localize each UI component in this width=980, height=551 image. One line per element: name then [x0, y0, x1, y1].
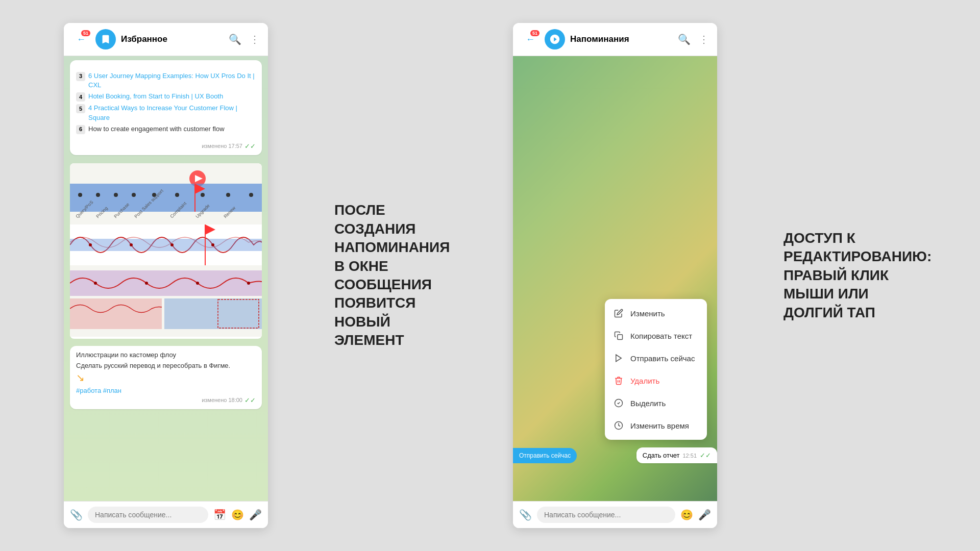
header-icons: 🔍 ⋮	[229, 33, 260, 45]
context-menu-copy[interactable]: Копировать текст	[605, 324, 707, 347]
svg-point-25	[130, 243, 133, 246]
svg-point-26	[170, 243, 174, 246]
caption-tick: ✓✓	[244, 396, 256, 404]
left-header: ← 51 Избранное 🔍 ⋮	[64, 23, 268, 56]
right-annotation-text: ДОСТУП К РЕДАКТИРОВАНИЮ: ПРАВЫЙ КЛИК МЫШ…	[783, 230, 932, 320]
svg-rect-35	[70, 298, 162, 329]
right-unread-badge: 51	[530, 30, 540, 36]
right-chat-body: Сдать отчет 12:51 ✓✓ Изменить Копировать…	[513, 56, 717, 501]
link-5[interactable]: 4 Practical Ways to Increase Your Custom…	[88, 104, 256, 122]
select-label: Выделить	[630, 399, 666, 408]
caption-bubble: Иллюстрации по кастомер флоу Сделать рус…	[70, 346, 262, 409]
calendar-icon[interactable]: 📅	[213, 509, 226, 521]
svg-point-7	[132, 193, 136, 197]
item-num-4: 4	[76, 92, 85, 102]
item-num-5: 5	[76, 104, 85, 113]
delete-icon	[613, 375, 624, 386]
report-time: 12:51	[682, 453, 697, 459]
caption-tags: #работа #план	[76, 387, 256, 394]
middle-annotation-text: ПОСЛЕ СОЗДАНИЯ НАПОМИНАНИЯ В ОКНЕ СООБЩЕ…	[334, 202, 450, 348]
context-menu: Изменить Копировать текст Отправить сейч…	[605, 299, 707, 440]
arrow-icon: ↘	[76, 371, 256, 384]
svg-point-27	[211, 243, 214, 246]
link-3[interactable]: 6 User Journey Mapping Examples: How UX …	[88, 71, 256, 90]
svg-point-10	[201, 193, 205, 197]
svg-point-6	[114, 193, 118, 197]
report-text: Сдать отчет	[643, 452, 680, 459]
left-input-bar: 📎 📅 😊 🎤	[64, 501, 268, 528]
chat-title: Избранное	[121, 34, 224, 44]
message-time: изменено 17:57 ✓✓	[76, 142, 256, 150]
attach-icon[interactable]: 📎	[70, 509, 83, 521]
caption-time: изменено 18:00 ✓✓	[76, 396, 256, 404]
right-header: ← 51 Напоминания 🔍 ⋮	[513, 23, 717, 56]
context-menu-delete[interactable]: Удалить	[605, 369, 707, 392]
svg-marker-39	[616, 355, 622, 362]
context-menu-edit-time[interactable]: Изменить время	[605, 414, 707, 437]
item-num-3: 3	[76, 72, 85, 81]
edit-label: Изменить	[630, 309, 665, 318]
search-icon[interactable]: 🔍	[229, 33, 241, 45]
more-icon[interactable]: ⋮	[250, 33, 260, 45]
send-partial-label: Отправить сейчас	[519, 452, 571, 459]
svg-rect-38	[618, 335, 623, 340]
send-button-partial[interactable]: Отправить сейчас	[513, 448, 577, 463]
list-item: 3 6 User Journey Mapping Examples: How U…	[76, 71, 256, 90]
back-button[interactable]: ← 51	[72, 30, 90, 48]
svg-point-11	[226, 193, 230, 197]
caption-time-label: изменено 18:00	[202, 397, 242, 403]
list-item: 4 Hotel Booking, from Start to Finish | …	[76, 92, 256, 102]
left-message-input[interactable]	[88, 507, 208, 523]
right-mic-icon[interactable]: 🎤	[698, 509, 711, 521]
copy-label: Копировать текст	[630, 332, 692, 340]
caption-desc: Сделать русский перевод и пересобрать в …	[76, 362, 256, 369]
svg-point-4	[78, 193, 82, 197]
avatar	[95, 29, 116, 49]
edit-time-label: Изменить время	[630, 421, 689, 430]
right-chat-window: ← 51 Напоминания 🔍 ⋮ Сдать отчет 12:51 ✓…	[513, 23, 717, 528]
link-4[interactable]: Hotel Booking, from Start to Finish | UX…	[88, 92, 223, 101]
read-tick: ✓✓	[244, 142, 256, 150]
unread-badge: 51	[81, 30, 90, 36]
right-more-icon[interactable]: ⋮	[699, 33, 709, 45]
list-item: 6 How to create engagement with customer…	[76, 124, 256, 134]
right-annotation: ДОСТУП К РЕДАКТИРОВАНИЮ: ПРАВЫЙ КЛИК МЫШ…	[783, 229, 916, 322]
svg-point-32	[145, 282, 148, 285]
svg-point-34	[247, 282, 250, 285]
svg-point-33	[196, 282, 199, 285]
edit-icon	[613, 308, 624, 319]
report-bubble: Сдать отчет 12:51 ✓✓	[636, 447, 717, 463]
delete-label: Удалить	[630, 377, 659, 385]
left-chat-window: ← 51 Избранное 🔍 ⋮ 3 6 User Journey Mapp…	[64, 23, 268, 528]
right-back-button[interactable]: ← 51	[521, 30, 540, 48]
svg-rect-30	[70, 270, 262, 296]
send-now-icon	[613, 353, 624, 364]
context-menu-edit[interactable]: Изменить	[605, 302, 707, 324]
svg-point-31	[94, 282, 97, 285]
right-avatar	[545, 29, 565, 49]
mic-icon[interactable]: 🎤	[249, 509, 262, 521]
select-icon	[613, 397, 624, 409]
links-message-bubble: 3 6 User Journey Mapping Examples: How U…	[70, 60, 262, 155]
right-message-input[interactable]	[537, 507, 675, 523]
link-6[interactable]: How to create engagement with customer f…	[88, 124, 225, 134]
context-menu-select[interactable]: Выделить	[605, 392, 707, 414]
svg-rect-23	[70, 239, 262, 251]
link-list: 3 6 User Journey Mapping Examples: How U…	[76, 65, 256, 140]
time-label: изменено 17:57	[202, 143, 242, 149]
left-chat-body: 3 6 User Journey Mapping Examples: How U…	[64, 56, 268, 501]
right-search-icon[interactable]: 🔍	[678, 33, 691, 45]
middle-annotation: ПОСЛЕ СОЗДАНИЯ НАПОМИНАНИЯ В ОКНЕ СООБЩЕ…	[334, 201, 447, 349]
copy-icon	[613, 330, 624, 341]
right-attach-icon[interactable]: 📎	[519, 509, 532, 521]
edit-time-icon	[613, 420, 624, 431]
right-chat-title: Напоминания	[570, 34, 673, 44]
right-emoji-icon[interactable]: 😊	[680, 509, 693, 521]
svg-point-5	[96, 193, 100, 197]
chart-image: Query/PoS Pricing Purchase Post Sales su…	[70, 163, 262, 339]
emoji-icon[interactable]: 😊	[231, 509, 244, 521]
context-menu-send-now[interactable]: Отправить сейчас	[605, 347, 707, 369]
page-wrapper: ← 51 Избранное 🔍 ⋮ 3 6 User Journey Mapp…	[0, 0, 980, 551]
caption-title: Иллюстрации по кастомер флоу	[76, 351, 256, 359]
svg-point-9	[175, 193, 179, 197]
